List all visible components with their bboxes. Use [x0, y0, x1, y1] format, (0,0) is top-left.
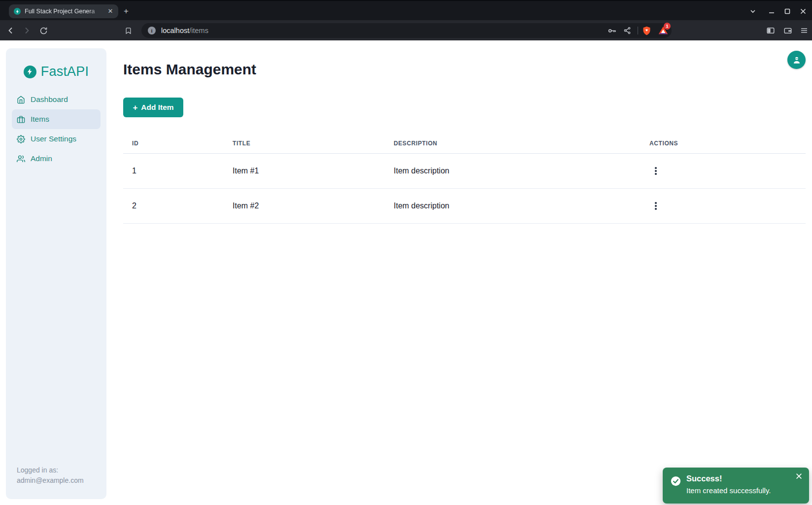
table-row: 1 Item #1 Item description [123, 154, 806, 189]
browser-tab[interactable]: Full Stack Project Genera ✕ [9, 4, 118, 18]
add-item-label: Add Item [141, 103, 173, 112]
logged-in-email: admin@example.com [17, 475, 84, 486]
sidebar-panel-icon[interactable] [765, 25, 777, 36]
sidebar-item-dashboard[interactable]: Dashboard [12, 90, 101, 109]
sidebar-item-items[interactable]: Items [12, 109, 101, 129]
toast-close-icon[interactable] [794, 471, 803, 480]
address-bar[interactable]: i localhost/items 1 [141, 23, 672, 38]
brave-rewards-icon[interactable]: 1 [658, 25, 669, 36]
new-tab-button[interactable]: + [120, 5, 132, 17]
sidebar-item-label: Admin [31, 154, 52, 163]
add-item-button[interactable]: + Add Item [123, 98, 183, 117]
share-icon[interactable] [622, 23, 633, 38]
back-button[interactable] [5, 25, 17, 36]
reload-button[interactable] [37, 25, 49, 36]
sidebar-item-admin[interactable]: Admin [12, 149, 101, 168]
site-info-icon[interactable]: i [148, 27, 156, 34]
window-close-button[interactable] [800, 1, 806, 21]
gear-icon [17, 135, 25, 143]
column-header-actions: ACTIONS [641, 140, 806, 147]
password-key-icon[interactable] [607, 23, 617, 38]
sidebar-nav: Dashboard Items User Settings Admin [6, 90, 106, 168]
table-header-row: ID TITLE DESCRIPTION ACTIONS [123, 133, 806, 154]
check-circle-icon [671, 476, 681, 486]
wallet-icon[interactable] [782, 25, 794, 36]
column-header-description: DESCRIPTION [385, 140, 641, 147]
url-path: /items [189, 27, 208, 34]
url-host: localhost [161, 27, 189, 34]
cell-id: 2 [123, 202, 224, 210]
tab-strip: Full Stack Project Genera ✕ + [0, 0, 812, 20]
minimize-button[interactable] [769, 1, 775, 21]
logo-text: FastAPI [41, 64, 89, 79]
bookmark-icon[interactable] [122, 25, 134, 36]
cell-title: Item #2 [224, 202, 385, 210]
tab-title: Full Stack Project Genera [25, 8, 106, 15]
page-title: Items Management [123, 61, 256, 78]
logged-in-label: Logged in as: [17, 465, 84, 475]
toast-title: Success! [686, 474, 722, 483]
column-header-id: ID [123, 140, 224, 147]
tab-close-icon[interactable]: ✕ [106, 7, 114, 15]
column-header-title: TITLE [224, 140, 385, 147]
maximize-button[interactable] [784, 1, 790, 21]
cell-description: Item description [385, 202, 641, 210]
home-icon [17, 96, 25, 104]
sidebar-item-label: Items [31, 115, 49, 124]
user-avatar-button[interactable] [787, 51, 806, 69]
browser-toolbar: i localhost/items 1 [0, 20, 812, 40]
plus-icon: + [133, 103, 137, 112]
items-table: ID TITLE DESCRIPTION ACTIONS 1 Item #1 I… [123, 133, 806, 224]
tab-search-icon[interactable] [750, 1, 756, 21]
fastapi-logo: FastAPI [6, 64, 106, 79]
sidebar-item-label: User Settings [31, 135, 76, 143]
briefcase-icon [17, 115, 25, 124]
forward-button[interactable] [21, 25, 33, 36]
toolbar-divider [638, 27, 638, 34]
user-icon [792, 55, 802, 65]
cell-id: 1 [123, 167, 224, 175]
logged-in-info: Logged in as: admin@example.com [17, 465, 84, 486]
fastapi-bolt-icon [24, 66, 36, 78]
row-actions-menu-icon[interactable] [649, 164, 662, 178]
cell-description: Item description [385, 167, 641, 175]
toast-message: Item created successfully. [686, 486, 771, 495]
success-toast: Success! Item created successfully. [663, 468, 809, 504]
table-row: 2 Item #2 Item description [123, 189, 806, 224]
url-text: localhost/items [161, 27, 208, 34]
menu-icon[interactable] [798, 25, 810, 36]
brave-shield-icon[interactable] [641, 23, 652, 38]
cell-title: Item #1 [224, 167, 385, 175]
browser-window: Full Stack Project Genera ✕ + [0, 0, 812, 505]
users-icon [17, 155, 25, 163]
rewards-badge: 1 [664, 23, 671, 30]
row-actions-menu-icon[interactable] [649, 199, 662, 213]
sidebar-item-user-settings[interactable]: User Settings [12, 129, 101, 149]
fastapi-favicon-icon [14, 8, 21, 15]
sidebar-item-label: Dashboard [31, 95, 68, 104]
app-sidebar: FastAPI Dashboard Items User Settings Ad… [6, 48, 106, 499]
